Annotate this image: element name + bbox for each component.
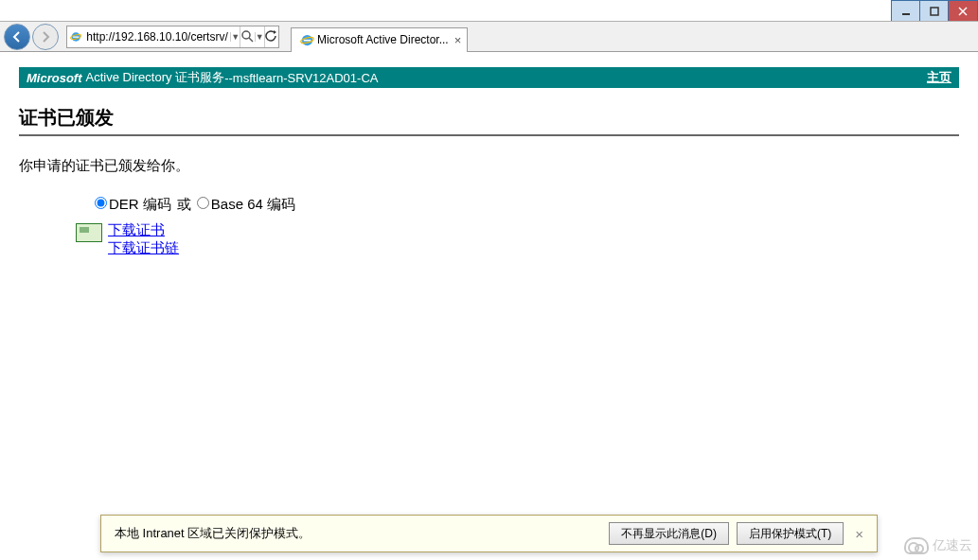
download-cert-link[interactable]: 下载证书 bbox=[108, 221, 179, 239]
brand-label: Microsoft bbox=[27, 71, 82, 85]
ca-name-label: msftlearn-SRV12AD01-CA bbox=[233, 71, 379, 85]
page-content-area: Microsoft Active Directory 证书服务 -- msftl… bbox=[0, 52, 978, 560]
der-radio[interactable] bbox=[95, 197, 107, 209]
or-label: 或 bbox=[177, 196, 191, 214]
svg-rect-0 bbox=[902, 13, 910, 15]
dismiss-notification-button[interactable]: 不再显示此消息(D) bbox=[609, 522, 729, 545]
watermark: 亿速云 bbox=[904, 537, 972, 554]
notification-close-button[interactable]: × bbox=[855, 526, 863, 542]
watermark-logo-icon bbox=[904, 537, 929, 554]
nav-back-button[interactable] bbox=[4, 24, 30, 50]
cert-services-header: Microsoft Active Directory 证书服务 -- msftl… bbox=[19, 67, 959, 88]
window-minimize-button[interactable] bbox=[892, 1, 920, 21]
b64-option[interactable]: Base 64 编码 bbox=[197, 196, 295, 214]
certificate-icon bbox=[76, 223, 102, 242]
enable-protection-button[interactable]: 启用保护模式(T) bbox=[737, 522, 844, 545]
ie-logo-icon bbox=[70, 28, 81, 45]
home-link[interactable]: 主页 bbox=[927, 69, 951, 86]
window-maximize-button[interactable] bbox=[920, 1, 949, 21]
b64-radio[interactable] bbox=[197, 197, 209, 209]
address-bar[interactable]: ▼ ▼ bbox=[66, 26, 279, 48]
encoding-options: DER 编码 或 Base 64 编码 bbox=[95, 196, 959, 214]
window-close-button[interactable] bbox=[949, 1, 977, 21]
b64-label: Base 64 编码 bbox=[211, 196, 295, 212]
download-chain-link[interactable]: 下载证书链 bbox=[108, 239, 179, 257]
tab-title: Microsoft Active Director... bbox=[317, 33, 449, 46]
tab-close-button[interactable]: × bbox=[454, 33, 462, 47]
svg-line-8 bbox=[249, 38, 253, 42]
svg-point-7 bbox=[242, 31, 250, 39]
der-label: DER 编码 bbox=[109, 196, 171, 212]
svg-rect-11 bbox=[304, 39, 311, 41]
url-dropdown-icon[interactable]: ▼ bbox=[230, 32, 240, 42]
url-input[interactable] bbox=[84, 27, 230, 46]
svg-rect-6 bbox=[73, 36, 79, 37]
window-controls bbox=[891, 0, 978, 22]
download-row: 下载证书 下载证书链 bbox=[76, 221, 959, 257]
der-option[interactable]: DER 编码 bbox=[95, 196, 171, 214]
header-separator: -- bbox=[224, 71, 233, 85]
service-label: Active Directory 证书服务 bbox=[86, 69, 225, 86]
browser-tab[interactable]: Microsoft Active Director... × bbox=[291, 27, 468, 52]
tab-favicon-icon bbox=[300, 33, 314, 47]
search-icon[interactable] bbox=[240, 26, 254, 47]
notification-text: 本地 Intranet 区域已关闭保护模式。 bbox=[115, 525, 601, 542]
watermark-text: 亿速云 bbox=[933, 537, 972, 554]
page-title: 证书已颁发 bbox=[19, 105, 959, 136]
issued-message: 你申请的证书已颁发给你。 bbox=[19, 157, 959, 175]
browser-toolbar: ▼ ▼ Microsoft Active Director... × bbox=[0, 21, 978, 52]
refresh-icon[interactable] bbox=[264, 26, 278, 47]
nav-forward-button[interactable] bbox=[32, 24, 59, 50]
svg-rect-1 bbox=[931, 8, 938, 15]
search-dropdown-icon[interactable]: ▼ bbox=[255, 32, 264, 42]
protected-mode-notification: 本地 Intranet 区域已关闭保护模式。 不再显示此消息(D) 启用保护模式… bbox=[100, 515, 878, 552]
